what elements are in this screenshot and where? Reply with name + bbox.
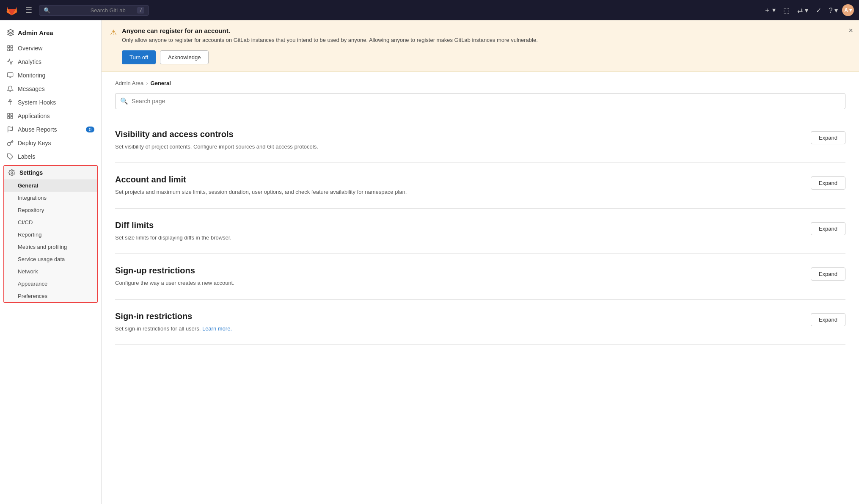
sidebar-item-label: Labels [18,153,35,160]
sidebar: Admin Area Overview Analytics Monitoring… [0,20,102,504]
sidebar-subitem-metrics[interactable]: Metrics and profiling [4,241,97,253]
labels-icon [7,153,14,160]
settings-section: Settings General Integrations Repository… [3,165,98,303]
topnav: ☰ 🔍 Search GitLab / ＋ ▾ ⬚ ⇄ ▾ ✓ ? ▾ A ▾ [0,0,859,20]
settings-submenu: General Integrations Repository CI/CD Re… [4,179,97,302]
expand-account-button[interactable]: Expand [811,176,845,190]
sidebar-subitem-network[interactable]: Network [4,265,97,278]
svg-rect-0 [8,46,10,48]
section-visibility: Visibility and access controls Set visib… [115,118,845,163]
display-icon[interactable]: ⬚ [780,4,793,17]
sidebar-item-overview[interactable]: Overview [0,41,101,55]
search-page-inner: 🔍 [115,93,845,109]
sidebar-subitem-preferences[interactable]: Preferences [4,290,97,302]
breadcrumb: Admin Area › General [115,80,845,86]
monitoring-icon [7,72,14,79]
section-diff-limits: Diff limits Set size limits for displayi… [115,209,845,254]
sidebar-item-settings[interactable]: Settings [4,166,97,179]
sidebar-item-labels[interactable]: Labels [0,150,101,163]
warning-content: Anyone can register for an account. Only… [122,27,849,64]
svg-rect-12 [8,116,10,118]
sidebar-item-messages[interactable]: Messages [0,82,101,96]
sidebar-item-label: Monitoring [18,72,45,79]
overview-icon [7,45,14,52]
section-title: Account and limit [115,175,407,185]
section-text: Sign-in restrictions Set sign-in restric… [115,311,232,333]
sidebar-subitem-general[interactable]: General [4,179,97,192]
section-description: Set size limits for displaying diffs in … [115,234,231,242]
section-header: Account and limit Set projects and maxim… [115,175,845,196]
warning-description: Only allow anyone to register for accoun… [122,36,849,44]
sidebar-title: Admin Area [18,29,53,36]
sidebar-subitem-reporting[interactable]: Reporting [4,229,97,241]
svg-rect-2 [11,49,13,51]
analytics-icon [7,58,14,65]
section-text: Visibility and access controls Set visib… [115,129,318,151]
sidebar-item-system-hooks[interactable]: System Hooks [0,96,101,109]
search-page-container: 🔍 [115,93,845,109]
warning-close-button[interactable]: × [848,26,853,35]
breadcrumb-current: General [151,80,171,86]
sidebar-item-label: Deploy Keys [18,140,51,146]
sidebar-item-label: Settings [19,169,43,176]
todos-icon[interactable]: ✓ [812,4,825,17]
learn-more-link[interactable]: Learn more. [202,325,232,332]
section-text: Account and limit Set projects and maxim… [115,175,407,196]
search-page-input[interactable] [115,93,845,109]
svg-rect-3 [8,49,10,51]
sidebar-item-analytics[interactable]: Analytics [0,55,101,69]
sidebar-item-label: Overview [18,45,42,52]
section-description: Set visibility of project contents. Conf… [115,143,318,151]
sidebar-subitem-service-usage[interactable]: Service usage data [4,253,97,265]
settings-icon [8,169,15,176]
user-avatar[interactable]: A ▾ [842,4,854,16]
svg-rect-11 [11,116,13,118]
section-title: Diff limits [115,220,231,230]
section-title: Sign-in restrictions [115,311,232,321]
search-placeholder: Search GitLab [91,7,134,14]
page-content: Admin Area › General 🔍 Visibility and ac… [102,72,859,504]
sidebar-item-monitoring[interactable]: Monitoring [0,69,101,82]
sidebar-subitem-integrations[interactable]: Integrations [4,192,97,204]
merge-requests-icon[interactable]: ⇄ ▾ [794,4,811,17]
abuse-reports-icon [7,126,14,133]
breadcrumb-parent[interactable]: Admin Area [115,80,143,86]
section-header: Sign-in restrictions Set sign-in restric… [115,311,845,333]
sidebar-subitem-repository[interactable]: Repository [4,204,97,216]
topnav-actions: ＋ ▾ ⬚ ⇄ ▾ ✓ ? ▾ A ▾ [760,3,854,17]
sidebar-item-applications[interactable]: Applications [0,109,101,123]
global-search[interactable]: 🔍 Search GitLab / [39,5,149,16]
section-title: Visibility and access controls [115,129,318,139]
turn-off-button[interactable]: Turn off [122,50,156,64]
search-shortcut: / [137,7,144,14]
warning-title: Anyone can register for an account. [122,27,849,34]
sidebar-item-abuse-reports[interactable]: Abuse Reports 0 [0,123,101,136]
page-layout: Admin Area Overview Analytics Monitoring… [0,20,859,504]
sidebar-subitem-cicd[interactable]: CI/CD [4,216,97,229]
svg-point-7 [9,99,11,101]
gitlab-logo[interactable] [5,3,19,17]
help-icon[interactable]: ? ▾ [826,4,841,17]
main-content: ⚠ Anyone can register for an account. On… [102,20,859,504]
expand-signin-button[interactable]: Expand [811,313,845,326]
search-page-icon: 🔍 [120,97,128,105]
section-account-limit: Account and limit Set projects and maxim… [115,163,845,209]
expand-diff-button[interactable]: Expand [811,222,845,235]
acknowledge-button[interactable]: Acknowledge [160,50,209,64]
svg-rect-10 [11,113,13,116]
section-header: Sign-up restrictions Configure the way a… [115,266,845,287]
hamburger-menu[interactable]: ☰ [22,4,36,17]
section-description: Set sign-in restrictions for all users. … [115,325,232,333]
sidebar-item-deploy-keys[interactable]: Deploy Keys [0,136,101,150]
section-text: Diff limits Set size limits for displayi… [115,220,231,242]
section-description: Configure the way a user creates a new a… [115,279,234,287]
expand-signup-button[interactable]: Expand [811,267,845,281]
sidebar-item-label: Applications [18,113,50,119]
sidebar-header: Admin Area [0,25,101,41]
expand-visibility-button[interactable]: Expand [811,131,845,144]
new-item-button[interactable]: ＋ ▾ [760,3,779,17]
deploy-keys-icon [7,140,14,146]
sidebar-subitem-appearance[interactable]: Appearance [4,278,97,290]
section-text: Sign-up restrictions Configure the way a… [115,266,234,287]
section-header: Visibility and access controls Set visib… [115,129,845,151]
